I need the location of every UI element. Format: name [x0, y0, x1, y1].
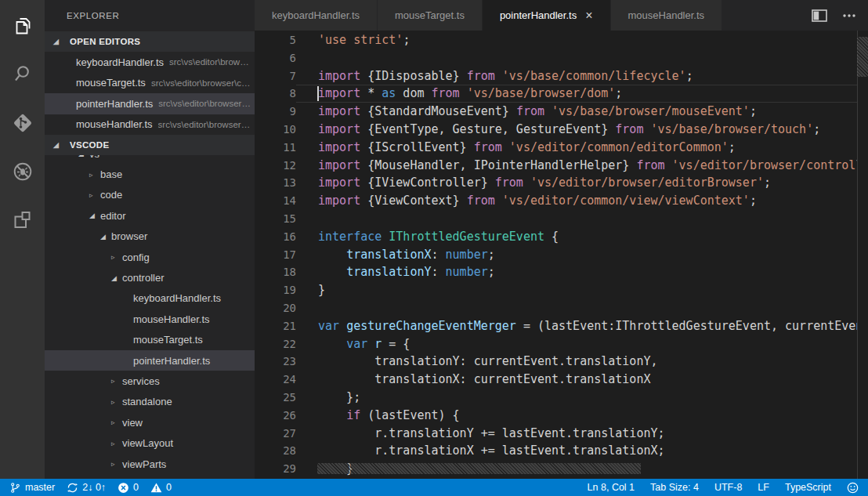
- close-tab-icon[interactable]: ×: [585, 9, 592, 22]
- chevron-collapsed-icon: ▹: [111, 377, 122, 385]
- code-line: 28 r.translationX += lastEvent.translati…: [255, 442, 857, 460]
- git-branch-icon: [9, 482, 21, 494]
- debug-icon: [12, 161, 34, 186]
- code-line: 18 translationY: number;: [255, 263, 857, 281]
- status-bar: master2↓ 0↑00 Ln 8, Col 1Tab Size: 4UTF-…: [0, 479, 868, 496]
- status-warnings[interactable]: 0: [150, 482, 172, 494]
- activity-extensions[interactable]: [0, 197, 45, 246]
- status-feedback[interactable]: [847, 482, 859, 494]
- tab-pointerHandler.ts[interactable]: pointerHandler.ts×: [483, 0, 611, 31]
- line-number: 19: [255, 281, 296, 299]
- code-line: 16interface IThrottledGestureEvent {: [255, 228, 857, 246]
- status-cursor-position[interactable]: Ln 8, Col 1: [588, 482, 635, 493]
- status-language-mode[interactable]: TypeScript: [785, 482, 831, 493]
- tab-mouseTarget.ts[interactable]: mouseTarget.ts: [378, 0, 483, 31]
- warning-icon: [150, 482, 162, 494]
- code-line: 9import {StandardMouseEvent} from 'vs/ba…: [255, 103, 857, 121]
- line-number: 9: [255, 103, 296, 121]
- chevron-expanded-icon: ◢: [53, 38, 64, 45]
- section-open-editors[interactable]: ◢ OPEN EDITORS: [45, 31, 255, 52]
- tab-mouseHandler.ts[interactable]: mouseHandler.ts: [611, 0, 723, 31]
- code-editor[interactable]: 5'use strict';67import {IDisposable} fro…: [255, 31, 868, 479]
- code-line: 5'use strict';: [255, 31, 857, 49]
- tree-item[interactable]: ◢browser: [45, 226, 255, 247]
- extensions-icon: [12, 209, 34, 234]
- line-number: 17: [255, 246, 296, 264]
- tree-item[interactable]: ◢controller: [45, 267, 255, 288]
- code-line: 13import {IViewController} from 'vs/edit…: [255, 174, 857, 192]
- code-line: 21var gestureChangeEventMerger = (lastEv…: [255, 317, 857, 335]
- vscode-window: EXPLORER ◢ OPEN EDITORS keyboardHandler.…: [0, 0, 868, 496]
- status-encoding[interactable]: UTF-8: [714, 482, 742, 493]
- tree-item[interactable]: ▹viewLayout: [45, 433, 255, 453]
- open-editor-item[interactable]: pointerHandler.tssrc\vs\editor\browser\c…: [45, 93, 255, 114]
- status-tab-size[interactable]: Tab Size: 4: [650, 482, 699, 493]
- sidebar-title: EXPLORER: [45, 0, 255, 31]
- tree-item[interactable]: pointerHandler.ts: [45, 350, 255, 371]
- code-line: 23 translationY: currentEvent.translatio…: [255, 353, 857, 371]
- chevron-collapsed-icon: ▹: [111, 398, 122, 406]
- code-line: 20: [255, 299, 857, 317]
- line-number: 16: [255, 228, 296, 246]
- chevron-expanded-icon: ◢: [100, 233, 111, 241]
- git-icon: [12, 112, 34, 137]
- activity-debug[interactable]: [0, 149, 45, 197]
- line-number: 15: [255, 210, 296, 228]
- status-eol[interactable]: LF: [758, 482, 769, 493]
- line-number: 5: [255, 31, 296, 49]
- open-editor-item[interactable]: mouseHandler.tssrc\vs\editor\browser\con…: [45, 114, 255, 136]
- code-line: 25 };: [255, 389, 857, 407]
- error-icon: [118, 482, 129, 494]
- tree-item[interactable]: mouseHandler.ts: [45, 309, 255, 329]
- line-number: 29: [255, 460, 296, 478]
- open-editor-item[interactable]: keyboardHandler.tssrc\vs\editor\browser\…: [45, 52, 255, 73]
- code-line: 11import {IScrollEvent} from 'vs/editor/…: [255, 139, 857, 157]
- split-editor-icon[interactable]: [812, 9, 827, 22]
- activity-bar: [0, 0, 45, 479]
- code-line: 15: [255, 210, 857, 228]
- chevron-collapsed-icon: ▹: [111, 418, 122, 426]
- chevron-expanded-icon: ◢: [53, 141, 64, 149]
- tab-bar-empty-space: [722, 0, 812, 31]
- sidebar-explorer: EXPLORER ◢ OPEN EDITORS keyboardHandler.…: [45, 0, 255, 479]
- tab-bar: keyboardHandler.tsmouseTarget.tspointerH…: [255, 0, 868, 31]
- activity-explorer[interactable]: [0, 3, 45, 52]
- code-line: 17 translationX: number;: [255, 246, 857, 264]
- tree-item[interactable]: keyboardHandler.ts: [45, 288, 255, 309]
- vertical-scrollbar-thumb[interactable]: [857, 37, 868, 77]
- tab-keyboardHandler.ts[interactable]: keyboardHandler.ts: [255, 0, 378, 31]
- tree-item[interactable]: ▹standalone: [45, 392, 255, 412]
- tree-item[interactable]: ◢editor: [45, 205, 255, 226]
- tree-item[interactable]: ▹view: [45, 412, 255, 433]
- code-line: 6: [255, 49, 857, 67]
- more-actions-icon[interactable]: [841, 9, 857, 22]
- code-line: 10import {EventType, Gesture, GestureEve…: [255, 121, 857, 139]
- tree-item[interactable]: ▹base: [45, 164, 255, 184]
- open-editor-item[interactable]: mouseTarget.tssrc\vs\editor\browser\cont…: [45, 73, 255, 94]
- tree-item[interactable]: mouseTarget.ts: [45, 330, 255, 350]
- activity-source-control[interactable]: [0, 100, 45, 149]
- line-number: 20: [255, 299, 296, 317]
- status-branch[interactable]: master: [9, 482, 55, 494]
- file-tree: ◢vs▹base▹code◢editor◢browser▹config◢cont…: [45, 155, 255, 479]
- status-errors[interactable]: 0: [118, 482, 139, 494]
- activity-search[interactable]: [0, 52, 45, 100]
- tree-item[interactable]: ▹config: [45, 247, 255, 267]
- horizontal-scrollbar-thumb[interactable]: [317, 463, 641, 474]
- sync-icon: [67, 482, 78, 494]
- code-line: 27 r.translationY += lastEvent.translati…: [255, 425, 857, 443]
- status-sync-status[interactable]: 2↓ 0↑: [67, 482, 106, 494]
- line-number: 6: [255, 49, 296, 67]
- tree-item[interactable]: ▹viewParts: [45, 454, 255, 474]
- tree-item[interactable]: ▹code: [45, 185, 255, 205]
- section-folder[interactable]: ◢ VSCODE: [45, 135, 255, 155]
- chevron-collapsed-icon: ▹: [111, 440, 122, 447]
- tree-item[interactable]: ▹services: [45, 371, 255, 391]
- code-line: 24 translationX: currentEvent.translatio…: [255, 371, 857, 389]
- line-number: 27: [255, 425, 296, 443]
- code-line: 8import * as dom from 'vs/base/browser/d…: [255, 85, 857, 103]
- status-bar-left: master2↓ 0↑00: [9, 482, 183, 494]
- search-icon: [12, 63, 34, 89]
- tree-item[interactable]: ◢vs: [45, 155, 255, 164]
- line-number: 21: [255, 317, 296, 335]
